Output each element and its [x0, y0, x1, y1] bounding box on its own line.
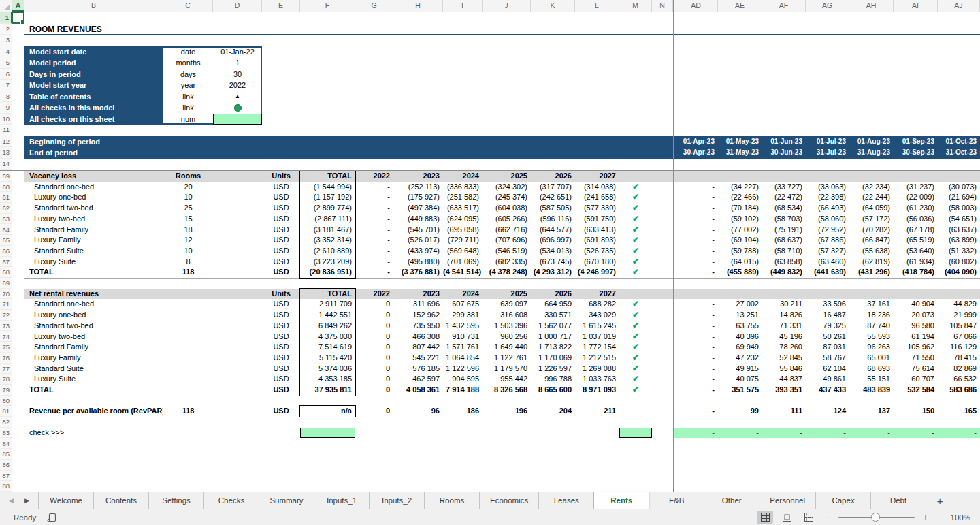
col-header-year[interactable]: 2026 [531, 171, 575, 182]
info-unit[interactable]: months [163, 57, 213, 69]
row-header-63[interactable]: 63 [0, 214, 12, 225]
month-value[interactable]: (32 234) [849, 182, 894, 193]
year-value[interactable]: 343 029 [575, 310, 619, 321]
row-label[interactable]: Standard one-bed [24, 299, 163, 310]
check-icon[interactable]: ✔ [619, 353, 652, 364]
row-header-79[interactable]: 79 [0, 385, 12, 396]
total-year-value[interactable]: (4 378 248) [483, 267, 531, 278]
month-value[interactable]: 40 904 [894, 299, 938, 310]
check-cell-years[interactable]: - [619, 428, 652, 439]
column-header-L[interactable]: L [575, 0, 619, 12]
revpar-year-value[interactable]: 186 [443, 406, 483, 417]
row-header-65[interactable]: 65 [0, 235, 12, 246]
revpar-year-value[interactable]: 211 [575, 406, 619, 417]
year-value[interactable]: - [355, 214, 393, 225]
column-header-A[interactable]: A [12, 0, 24, 12]
total-row-label[interactable]: TOTAL [24, 385, 163, 396]
period-end-date[interactable]: 31-Oct-23 [938, 147, 980, 159]
year-value[interactable]: (526 735) [575, 246, 619, 257]
total-value[interactable]: 4 353 185 [300, 374, 355, 385]
month-value[interactable]: - [674, 364, 718, 375]
total-month-value[interactable]: - [674, 385, 718, 396]
month-value[interactable]: 78 260 [762, 342, 806, 353]
period-end-date[interactable]: 30-Sep-23 [894, 147, 938, 159]
row-header-67[interactable]: 67 [0, 257, 12, 268]
year-value[interactable]: 311 696 [393, 299, 443, 310]
fill-handle[interactable] [20, 20, 25, 25]
total-year-value[interactable]: (4 541 514) [443, 267, 483, 278]
row-header-73[interactable]: 73 [0, 321, 12, 332]
month-value[interactable]: - [674, 374, 718, 385]
row-header-75[interactable]: 75 [0, 342, 12, 353]
year-value[interactable]: 904 595 [443, 374, 483, 385]
total-month-value[interactable]: 532 584 [894, 385, 938, 396]
zoom-out-button[interactable]: − [822, 512, 833, 523]
year-value[interactable]: 1 571 761 [443, 342, 483, 353]
total-value[interactable]: (3 181 467) [300, 225, 355, 236]
total-value[interactable]: 7 514 619 [300, 342, 355, 353]
revpar-month-value[interactable]: 99 [718, 406, 762, 417]
year-value[interactable]: (644 577) [531, 225, 575, 236]
month-value[interactable]: 44 829 [938, 299, 980, 310]
total-value[interactable]: 1 442 551 [300, 310, 355, 321]
year-value[interactable]: 1 713 822 [531, 342, 575, 353]
rooms-value[interactable]: 15 [163, 214, 213, 225]
year-value[interactable]: 688 282 [575, 299, 619, 310]
revpar-month-value[interactable]: 150 [894, 406, 938, 417]
year-value[interactable]: (604 038) [483, 203, 531, 214]
year-value[interactable]: 639 097 [483, 299, 531, 310]
units-value[interactable]: USD [262, 374, 300, 385]
row-header-83[interactable]: 83 [0, 428, 12, 439]
month-value[interactable]: - [674, 235, 718, 246]
row-header-8[interactable]: 8 [0, 91, 12, 103]
month-value[interactable]: (53 640) [894, 246, 938, 257]
total-year-value[interactable]: 8 665 600 [531, 385, 575, 396]
units-value[interactable]: USD [262, 203, 300, 214]
sheet-tab-summary[interactable]: Summary [259, 492, 314, 509]
month-value[interactable]: (63 637) [938, 225, 980, 236]
year-value[interactable]: (682 335) [483, 257, 531, 268]
sheet-tab-other[interactable]: Other [704, 492, 760, 509]
info-label[interactable]: Table of contents [24, 91, 163, 103]
month-value[interactable]: 116 129 [938, 342, 980, 353]
year-value[interactable]: (633 517) [443, 203, 483, 214]
sheet-tab-settings[interactable]: Settings [149, 492, 204, 509]
year-value[interactable]: 1 122 761 [483, 353, 531, 364]
row-header-86[interactable]: 86 [0, 460, 12, 471]
year-value[interactable]: (662 716) [483, 225, 531, 236]
check-icon[interactable]: ✔ [619, 214, 652, 225]
month-value[interactable]: 71 331 [762, 321, 806, 332]
freeze-pane-horizontal-divider[interactable] [0, 170, 980, 171]
period-end-date[interactable]: 31-Jul-23 [806, 147, 849, 159]
column-header-F[interactable]: F [300, 0, 355, 12]
year-value[interactable]: 0 [355, 342, 393, 353]
month-value[interactable]: 40 396 [718, 332, 762, 343]
year-value[interactable]: 1 170 069 [531, 353, 575, 364]
year-value[interactable]: 0 [355, 299, 393, 310]
month-value[interactable]: (22 466) [718, 192, 762, 203]
month-value[interactable]: (66 847) [849, 235, 894, 246]
column-header-AH[interactable]: AH [849, 0, 894, 12]
year-value[interactable]: 807 442 [393, 342, 443, 353]
zoom-in-button[interactable]: + [920, 512, 931, 523]
year-value[interactable]: (324 302) [483, 182, 531, 193]
zoom-slider[interactable] [838, 512, 915, 523]
month-value[interactable]: - [674, 332, 718, 343]
month-value[interactable]: (67 886) [806, 235, 849, 246]
year-value[interactable]: 960 256 [483, 332, 531, 343]
revpar-units[interactable]: USD [262, 406, 300, 417]
column-header-G[interactable]: G [355, 0, 393, 12]
row-header-72[interactable]: 72 [0, 310, 12, 321]
month-value[interactable]: (61 934) [894, 257, 938, 268]
month-value[interactable]: 79 325 [806, 321, 849, 332]
month-value[interactable]: - [674, 182, 718, 193]
col-header-year[interactable]: 2027 [575, 171, 619, 182]
year-value[interactable]: (591 750) [575, 214, 619, 225]
row-header-60[interactable]: 60 [0, 182, 12, 193]
row-header-76[interactable]: 76 [0, 353, 12, 364]
toc-link-triangle-icon[interactable]: ▲ [213, 91, 262, 103]
sheet-tab-leases[interactable]: Leases [539, 492, 594, 509]
month-value[interactable]: (60 802) [938, 257, 980, 268]
year-value[interactable]: 996 788 [531, 374, 575, 385]
zoom-level-label[interactable]: 100% [936, 513, 970, 522]
